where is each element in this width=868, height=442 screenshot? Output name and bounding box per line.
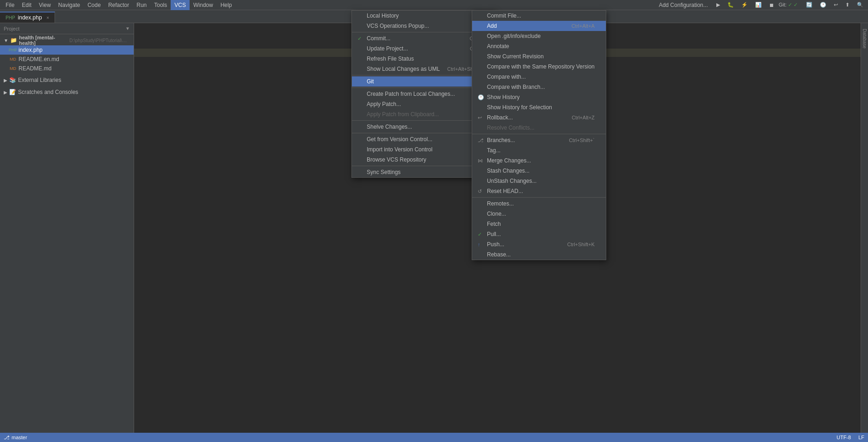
git-pull[interactable]: ✓ Pull... (472, 229, 606, 239)
menu-run[interactable]: Run (133, 0, 150, 10)
sidebar: Project ▼ ▼ 📁 health [mental-health] D:\… (0, 23, 134, 442)
sidebar-item-label: index.php (18, 47, 43, 53)
git-show-history[interactable]: 🕐 Show History (472, 92, 606, 102)
git-unstash-changes[interactable]: UnStash Changes... (472, 176, 606, 186)
git-stash-changes[interactable]: Stash Changes... (472, 166, 606, 176)
search-button[interactable]: 🔍 (854, 1, 866, 9)
git-fetch[interactable]: Fetch (472, 219, 606, 229)
menu-refactor[interactable]: Refactor (105, 0, 133, 10)
git-add[interactable]: Add Ctrl+Alt+A (472, 21, 606, 31)
expand-icon2: ▶ (4, 78, 7, 83)
menu-file[interactable]: File (2, 0, 18, 10)
git-tag[interactable]: Tag... (472, 145, 606, 156)
status-line-ending[interactable]: LF (858, 435, 864, 440)
merge-changes-label: Merge Changes... (487, 157, 531, 164)
git-rebase[interactable]: Rebase... (472, 249, 606, 260)
update-button[interactable]: 🔄 (803, 1, 815, 9)
git-show-history-selection[interactable]: Show History for Selection (472, 102, 606, 112)
git-branch-label: master (12, 435, 27, 440)
git-show-current-revision[interactable]: Show Current Revision (472, 51, 606, 62)
database-label[interactable]: Database (862, 25, 867, 52)
menu-edit[interactable]: Edit (18, 0, 35, 10)
sidebar-toggle[interactable]: ▼ (125, 26, 130, 31)
profile-button[interactable]: 📊 (752, 1, 764, 9)
remotes-label: Remotes... (487, 200, 514, 207)
git-compare-with[interactable]: Compare with... (472, 72, 606, 82)
commit-file-label: Commit File... (487, 12, 521, 19)
menu-view[interactable]: View (35, 0, 55, 10)
menu-window[interactable]: Window (190, 0, 217, 10)
add-label: Add (487, 23, 497, 29)
push-button[interactable]: ⬆ (843, 1, 852, 9)
php-file-icon: PHP (9, 46, 17, 54)
add-shortcut: Ctrl+Alt+A (564, 23, 595, 29)
commit-label: Commit... (367, 35, 390, 42)
menu-navigate[interactable]: Navigate (55, 0, 84, 10)
sidebar-item-readme-en[interactable]: MD README.en.md (0, 55, 134, 64)
menu-tools[interactable]: Tools (150, 0, 171, 10)
expand-icon3: ▶ (4, 90, 7, 95)
external-libraries-header[interactable]: ▶ 📚 External Libraries (0, 75, 134, 85)
menu-help[interactable]: Help (217, 0, 236, 10)
git-commit-file[interactable]: Commit File... (472, 11, 606, 21)
git-check2: ✓ (794, 2, 798, 7)
git-rollback[interactable]: ↩ Rollback... Ctrl+Alt+Z (472, 112, 606, 123)
revert-button[interactable]: ↩ (831, 1, 841, 9)
sidebar-item-index-php[interactable]: PHP index.php (0, 45, 134, 55)
update-project-label: Update Project... (367, 45, 408, 52)
add-configuration-button[interactable]: Add Configuration... (655, 0, 712, 10)
coverage-button[interactable]: ⚡ (739, 1, 751, 9)
expand-icon: ▼ (4, 38, 8, 43)
lib-icon: 📚 (9, 77, 16, 83)
run-button[interactable]: ▶ (714, 1, 723, 9)
git-compare-with-branch[interactable]: Compare with Branch... (472, 82, 606, 92)
right-sidebar: Database (861, 23, 868, 442)
browse-repo-label: Browse VCS Repository (367, 156, 426, 163)
tag-label: Tag... (487, 147, 500, 154)
status-git-branch[interactable]: ⎇ master (4, 435, 27, 441)
debug-button[interactable]: 🐛 (725, 1, 737, 9)
reset-head-label: Reset HEAD... (487, 188, 523, 194)
tab-icon: PHP (6, 15, 15, 20)
sync-settings-label: Sync Settings (367, 169, 400, 175)
show-history-selection-label: Show History for Selection (487, 104, 552, 111)
git-branches[interactable]: ⎇ Branches... Ctrl+Shift+` (472, 135, 606, 145)
git-separator-2 (472, 197, 606, 198)
ops-popup-label: VCS Operations Popup... (367, 23, 429, 29)
sidebar-item-label: README.md (18, 65, 51, 72)
apply-patch-clipboard-label: Apply Patch from Clipboard... (367, 111, 439, 118)
scratches-header[interactable]: ▶ 📝 Scratches and Consoles (0, 87, 134, 97)
rollback-shortcut: Ctrl+Alt+Z (564, 115, 595, 120)
git-merge-changes[interactable]: ⋈ Merge Changes... (472, 156, 606, 166)
branches-shortcut: Ctrl+Shift+` (561, 137, 595, 143)
git-clone[interactable]: Clone... (472, 209, 606, 219)
sidebar-item-readme[interactable]: MD README.md (0, 64, 134, 73)
git-push[interactable]: ↑ Push... Ctrl+Shift+K (472, 239, 606, 249)
resolve-conflicts-label: Resolve Conflicts... (487, 125, 535, 131)
status-encoding[interactable]: UTF-8 (837, 435, 851, 440)
show-history-check-placeholder: 🕐 (478, 94, 485, 100)
project-section: ▼ 📁 health [mental-health] D:\phpStudy\P… (0, 34, 134, 74)
menu-vcs[interactable]: VCS (171, 0, 190, 10)
git-open-exclude[interactable]: Open .git/info/exclude (472, 31, 606, 41)
menu-code[interactable]: Code (84, 0, 105, 10)
git-annotate[interactable]: Annotate (472, 41, 606, 51)
pull-label: Pull... (487, 231, 501, 237)
clone-label: Clone... (487, 211, 506, 217)
git-label: Git: (779, 2, 788, 7)
md-file-icon2: MD (9, 65, 17, 72)
git-compare-same-repo[interactable]: Compare with the Same Repository Version (472, 62, 606, 72)
show-current-revision-label: Show Current Revision (487, 53, 544, 60)
rebase-label: Rebase... (487, 251, 511, 258)
health-project-header[interactable]: ▼ 📁 health [mental-health] D:\phpStudy\P… (0, 35, 134, 45)
tab-close[interactable]: × (47, 15, 49, 20)
scratches-section: ▶ 📝 Scratches and Consoles (0, 86, 134, 98)
compare-with-label: Compare with... (487, 74, 526, 80)
get-from-vcs-label: Get from Version Control... (367, 136, 432, 143)
tab-index-php[interactable]: PHP index.php × (0, 12, 55, 23)
git-remotes[interactable]: Remotes... (472, 199, 606, 209)
stop-button[interactable]: ⏹ (766, 1, 777, 9)
rollback-label: Rollback... (487, 114, 513, 121)
git-reset-head[interactable]: ↺ Reset HEAD... (472, 186, 606, 196)
history-button[interactable]: 🕐 (817, 1, 829, 9)
